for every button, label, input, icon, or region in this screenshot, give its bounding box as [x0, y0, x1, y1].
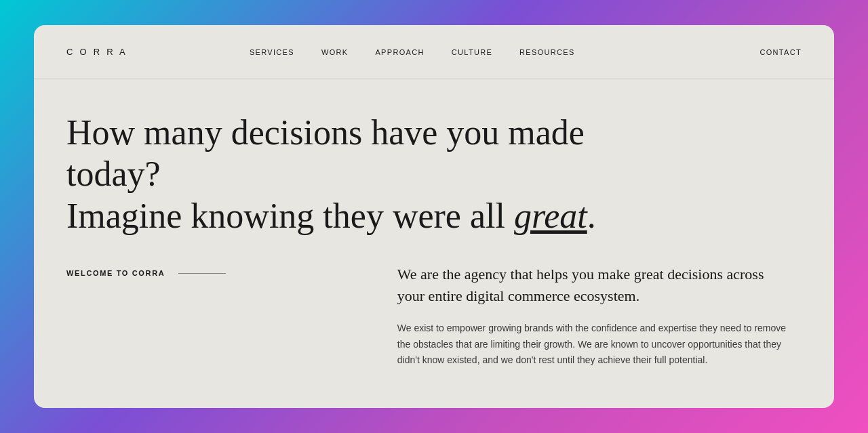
welcome-label: WELCOME TO CORRA — [66, 269, 165, 277]
nav-item-resources[interactable]: RESOURCES — [519, 48, 575, 56]
logo: C O R R A — [66, 47, 127, 57]
hero-title-line2-before: Imagine knowing they were all — [66, 197, 514, 235]
nav-item-culture[interactable]: CULTURE — [452, 48, 492, 56]
welcome-divider — [178, 273, 226, 274]
nav-item-approach[interactable]: APPROACH — [375, 48, 424, 56]
description-text: We exist to empower growing brands with … — [397, 321, 802, 369]
main-card: C O R R A SERVICES WORK APPROACH CULTURE… — [34, 25, 834, 408]
left-column: WELCOME TO CORRA — [66, 264, 397, 381]
hero-title-line1: How many decisions have you made today? — [66, 113, 585, 193]
nav-item-services[interactable]: SERVICES — [250, 48, 294, 56]
hero-title-line2-after: . — [587, 197, 596, 235]
right-column: We are the agency that helps you make gr… — [397, 264, 802, 381]
hero-title-emphasis: great — [514, 197, 587, 235]
bottom-section: WELCOME TO CORRA We are the agency that … — [34, 236, 834, 408]
tagline-text: We are the agency that helps you make gr… — [397, 264, 791, 307]
nav-contact-button[interactable]: CONTACT — [760, 48, 802, 56]
hero-title: How many decisions have you made today? … — [66, 112, 623, 236]
nav-item-work[interactable]: WORK — [321, 48, 349, 56]
nav-links: SERVICES WORK APPROACH CULTURE RESOURCES — [250, 48, 575, 56]
welcome-row: WELCOME TO CORRA — [66, 269, 397, 277]
navbar: C O R R A SERVICES WORK APPROACH CULTURE… — [34, 25, 834, 79]
hero-section: How many decisions have you made today? … — [34, 79, 834, 236]
